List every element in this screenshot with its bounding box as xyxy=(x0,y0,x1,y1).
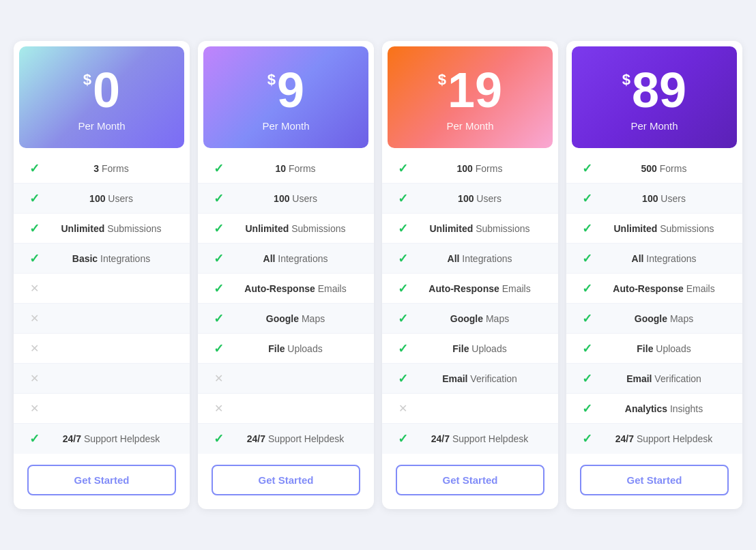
price-container: $89 xyxy=(585,66,723,115)
check-icon: ✓ xyxy=(25,251,44,266)
feature-normal-text: Users xyxy=(474,193,501,204)
price-dollar-sign: $ xyxy=(267,72,276,87)
check-icon: ✓ xyxy=(577,341,596,356)
feature-row: ✓Auto-Response Emails xyxy=(198,274,374,304)
price-amount: 19 xyxy=(448,66,502,115)
feature-bold-text: Google xyxy=(266,313,299,324)
feature-text: Email Verification xyxy=(596,373,731,384)
plan-header-free: $0Per Month xyxy=(19,46,184,148)
feature-bold-text: Google xyxy=(450,313,483,324)
feature-bold-text: 100 xyxy=(89,193,105,204)
feature-row: ✓File Uploads xyxy=(566,334,742,364)
feature-text: All Integrations xyxy=(412,253,547,264)
get-started-button-free[interactable]: Get Started xyxy=(27,465,176,495)
feature-row: ✕ xyxy=(198,394,374,424)
features-list: ✓3 Forms✓100 Users✓Unlimited Submissions… xyxy=(14,154,190,454)
get-started-button-pro[interactable]: Get Started xyxy=(396,465,544,495)
feature-text: Google Maps xyxy=(596,313,731,324)
feature-text: 500 Forms xyxy=(596,163,731,174)
feature-bold-text: File xyxy=(637,343,653,354)
plan-basic: $9Per Month✓10 Forms✓100 Users✓Unlimited… xyxy=(198,41,374,509)
feature-row: ✓100 Users xyxy=(566,184,742,214)
price-container: $19 xyxy=(401,66,539,115)
features-list: ✓100 Forms✓100 Users✓Unlimited Submissio… xyxy=(382,154,558,454)
feature-row: ✓24/7 Support Helpdesk xyxy=(382,424,558,454)
feature-bold-text: 100 xyxy=(642,193,658,204)
feature-bold-text: Basic xyxy=(72,253,98,264)
plan-pro: $19Per Month✓100 Forms✓100 Users✓Unlimit… xyxy=(382,41,558,509)
check-icon: ✓ xyxy=(25,221,44,236)
feature-row: ✓24/7 Support Helpdesk xyxy=(566,424,742,454)
price-container: $0 xyxy=(33,66,171,115)
feature-text: Analytics Insights xyxy=(596,403,731,414)
feature-text: Auto-Response Emails xyxy=(228,283,363,294)
feature-normal-text: Submissions xyxy=(473,223,529,234)
get-started-button-enterprise[interactable]: Get Started xyxy=(580,465,729,495)
plan-footer: Get Started xyxy=(566,454,742,509)
feature-bold-text: 500 xyxy=(641,163,657,174)
get-started-button-basic[interactable]: Get Started xyxy=(212,465,360,495)
feature-bold-text: File xyxy=(268,343,285,354)
feature-row: ✓All Integrations xyxy=(198,244,374,274)
check-icon: ✓ xyxy=(577,281,596,296)
price-period: Per Month xyxy=(33,120,171,132)
feature-text: File Uploads xyxy=(228,343,363,354)
check-icon: ✓ xyxy=(209,251,228,266)
feature-text: Google Maps xyxy=(412,313,547,324)
check-icon: ✓ xyxy=(393,431,412,446)
feature-bold-text: All xyxy=(263,253,276,264)
feature-text: Basic Integrations xyxy=(44,253,179,264)
check-icon: ✓ xyxy=(577,161,596,176)
feature-text: All Integrations xyxy=(596,253,731,264)
price-dollar-sign: $ xyxy=(438,72,446,87)
check-icon: ✓ xyxy=(25,161,44,176)
x-icon: ✕ xyxy=(25,372,44,385)
check-icon: ✓ xyxy=(393,281,412,296)
feature-bold-text: 3 xyxy=(93,163,99,174)
feature-text: All Integrations xyxy=(228,253,363,264)
feature-normal-text: Forms xyxy=(99,163,129,174)
plan-footer: Get Started xyxy=(198,454,374,509)
feature-bold-text: 100 xyxy=(274,193,289,204)
feature-text: 3 Forms xyxy=(44,163,179,174)
feature-normal-text: Maps xyxy=(299,313,325,324)
feature-normal-text: Emails xyxy=(499,283,531,294)
feature-normal-text: Uploads xyxy=(469,343,506,354)
price-dollar-sign: $ xyxy=(83,72,91,87)
feature-row: ✓100 Users xyxy=(14,184,190,214)
feature-text: 24/7 Support Helpdesk xyxy=(412,433,547,444)
x-icon: ✕ xyxy=(393,402,412,415)
feature-row: ✓10 Forms xyxy=(198,154,374,184)
feature-bold-text: All xyxy=(448,253,460,264)
plan-free: $0Per Month✓3 Forms✓100 Users✓Unlimited … xyxy=(14,41,190,509)
feature-row: ✓Google Maps xyxy=(566,304,742,334)
feature-row: ✓100 Forms xyxy=(382,154,558,184)
feature-row: ✓Basic Integrations xyxy=(14,244,190,274)
feature-bold-text: All xyxy=(632,253,644,264)
check-icon: ✓ xyxy=(577,191,596,206)
feature-row: ✓All Integrations xyxy=(566,244,742,274)
check-icon: ✓ xyxy=(393,341,412,356)
check-icon: ✓ xyxy=(393,161,412,176)
feature-row: ✓24/7 Support Helpdesk xyxy=(198,424,374,454)
feature-text: 10 Forms xyxy=(228,163,363,174)
feature-row: ✕ xyxy=(382,394,558,424)
check-icon: ✓ xyxy=(393,311,412,326)
feature-normal-text: Support Helpdesk xyxy=(634,433,712,444)
feature-row: ✓Google Maps xyxy=(382,304,558,334)
check-icon: ✓ xyxy=(393,371,412,386)
feature-normal-text: Emails xyxy=(684,283,715,294)
check-icon: ✓ xyxy=(209,341,228,356)
feature-row: ✓Email Verification xyxy=(566,364,742,394)
check-icon: ✓ xyxy=(393,191,412,206)
feature-row: ✕ xyxy=(14,394,190,424)
feature-normal-text: Emails xyxy=(315,283,347,294)
feature-normal-text: Users xyxy=(658,193,685,204)
check-icon: ✓ xyxy=(209,221,228,236)
feature-normal-text: Users xyxy=(105,193,132,204)
feature-bold-text: Email xyxy=(442,373,467,384)
check-icon: ✓ xyxy=(209,431,228,446)
plan-header-enterprise: $89Per Month xyxy=(572,46,737,148)
feature-row: ✓3 Forms xyxy=(14,154,190,184)
feature-bold-text: 24/7 xyxy=(63,433,81,444)
